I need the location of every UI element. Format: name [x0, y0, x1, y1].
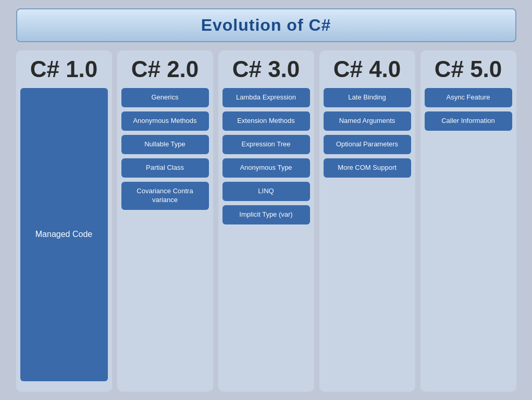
feature-card-2-0: Lambda Expression	[222, 88, 310, 107]
columns-container: C# 1.0Managed CodeC# 2.0GenericsAnonymou…	[16, 51, 516, 392]
feature-card-2-2: Expression Tree	[222, 135, 310, 154]
column-cs30: C# 3.0Lambda ExpressionExtension Methods…	[218, 51, 314, 392]
version-label-1: C# 2.0	[131, 57, 199, 82]
feature-card-2-1: Extension Methods	[222, 111, 310, 131]
feature-card-2-5: Implicit Type (var)	[222, 205, 310, 224]
version-label-0: C# 1.0	[30, 57, 98, 82]
feature-card-2-3: Anonymous Type	[222, 158, 310, 178]
feature-card-1-2: Nullable Type	[121, 135, 209, 154]
feature-card-3-0: Late Binding	[324, 88, 411, 107]
page-title: Evolution of C#	[201, 16, 331, 34]
feature-card-4-1: Caller Information	[425, 111, 512, 131]
feature-card-1-1: Anonymous Methods	[121, 111, 209, 131]
feature-card-2-4: LINQ	[222, 182, 310, 201]
version-label-4: C# 5.0	[435, 57, 502, 82]
version-label-2: C# 3.0	[232, 57, 300, 82]
title-banner: Evolution of C#	[16, 8, 516, 42]
column-cs10: C# 1.0Managed Code	[16, 51, 112, 392]
feature-card-4-0: Async Feature	[425, 88, 512, 107]
feature-card: Managed Code	[20, 88, 108, 381]
column-cs50: C# 5.0Async FeatureCaller Information	[420, 51, 516, 392]
feature-card-3-1: Named Arguments	[324, 111, 411, 131]
feature-card-3-3: More COM Support	[324, 158, 411, 178]
feature-card-1-3: Partial Class	[121, 158, 209, 178]
feature-card-1-4: Covariance Contra variance	[121, 182, 209, 210]
column-cs40: C# 4.0Late BindingNamed ArgumentsOptiona…	[319, 51, 415, 392]
column-cs20: C# 2.0GenericsAnonymous MethodsNullable …	[117, 51, 213, 392]
feature-card-1-0: Generics	[121, 88, 209, 107]
feature-card-3-2: Optional Parameters	[324, 135, 411, 154]
version-label-3: C# 4.0	[333, 57, 401, 82]
